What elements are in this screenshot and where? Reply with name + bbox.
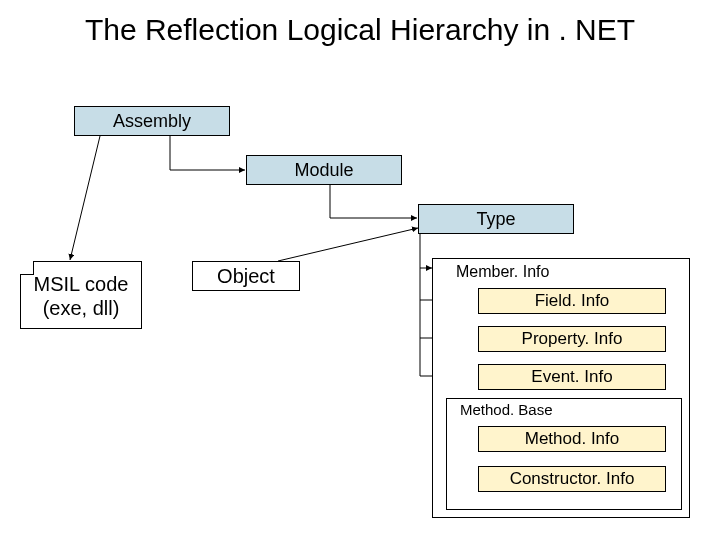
module-box: Module: [246, 155, 402, 185]
msil-line2: (exe, dll): [21, 296, 141, 320]
fieldinfo-box: Field. Info: [478, 288, 666, 314]
eventinfo-box: Event. Info: [478, 364, 666, 390]
msil-note: MSIL code (exe, dll): [20, 261, 142, 329]
constructorinfo-box: Constructor. Info: [478, 466, 666, 492]
type-box: Type: [418, 204, 574, 234]
svg-line-0: [70, 136, 100, 260]
methodbase-label: Method. Base: [456, 401, 557, 418]
memberinfo-label: Member. Info: [452, 263, 553, 281]
methodinfo-box: Method. Info: [478, 426, 666, 452]
msil-line1: MSIL code: [21, 272, 141, 296]
svg-line-1: [278, 228, 418, 261]
assembly-box: Assembly: [74, 106, 230, 136]
diagram-canvas: Assembly Module Type Object MSIL code (e…: [0, 0, 720, 540]
object-box: Object: [192, 261, 300, 291]
note-fold-icon: [20, 261, 34, 275]
propertyinfo-box: Property. Info: [478, 326, 666, 352]
